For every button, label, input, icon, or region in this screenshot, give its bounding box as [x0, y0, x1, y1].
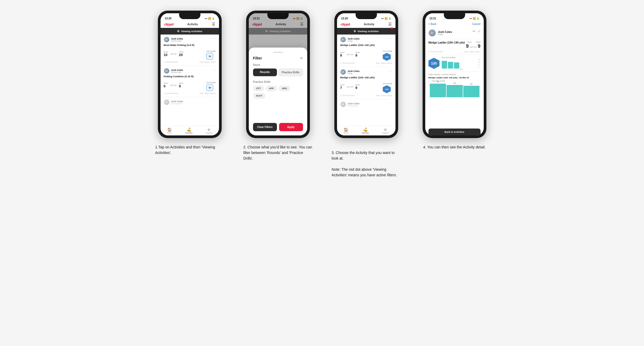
home-label-1: Home — [167, 132, 172, 134]
divider-4a — [428, 55, 481, 55]
user-info-3-3: Josh Coles 28 Feb 2023 — [348, 102, 360, 107]
screen1-column: 13:20 ▪▪▪ 📶 🔋 clippd Activity ☰ ⚙ Vi — [150, 11, 230, 156]
activities-label-1: Activities — [185, 132, 193, 134]
user-name-1-3: Josh Coles — [171, 100, 183, 103]
cancel-button-4[interactable]: Cancel — [472, 23, 480, 25]
avatar-1-1: JC — [164, 37, 170, 42]
stat-group-shots-1-1: Shots 20 — [179, 51, 183, 57]
card-footer-3-2: ⓘ Test Information Data: Clippd Capture — [340, 95, 392, 97]
hex-quality-4: 130 — [428, 58, 440, 69]
nav-capture-3[interactable]: ⊕ Capture — [382, 127, 389, 134]
apply-button[interactable]: Apply — [279, 123, 303, 131]
stats-row-3-1: Score 9 OUT OF Shots 9 Shot Quality — [340, 48, 392, 61]
viewing-bar-1[interactable]: ⚙ Viewing Activities — [161, 28, 219, 35]
chip-putt[interactable]: PUTT — [253, 93, 266, 99]
user-info-3-2: Josh Coles Today — [348, 70, 360, 74]
practice-drills-tab[interactable]: Practice Drills — [279, 69, 303, 76]
nav-home-3[interactable]: 🏠 Home — [343, 127, 348, 134]
card-title-3-1: Wedge Ladder (100–140 yds) — [340, 44, 392, 46]
chip-app[interactable]: APP — [266, 86, 277, 91]
avatar-inner-1-2: JC — [164, 68, 169, 74]
footer-left-1-1: ⓘ Test Information — [164, 61, 178, 63]
stats-row-1-2: Score 0 OUT OF Shots 9 Shot Quality 45 — [164, 79, 216, 91]
card-header-1-2: JC Josh Coles 28 Feb 2023 ··· — [164, 68, 216, 74]
expand-icon-4[interactable]: ⤢ — [478, 29, 481, 33]
card-user-3-3: JC Josh Coles 28 Feb 2023 — [340, 101, 360, 107]
phone-notch-1 — [179, 13, 200, 19]
battery-icon: 🔋 — [212, 17, 215, 20]
viewing-bar-3[interactable]: ⚙ Viewing Activities — [337, 28, 395, 35]
card-footer-3-1: ⓘ Test Information Data: Clippd Capture — [340, 62, 392, 65]
back-button-4[interactable]: < Back — [428, 23, 437, 25]
quality-group-1-2: Shot Quality 45 — [206, 79, 216, 91]
score-section: Score Shots 9 OUT OF 9 — [466, 41, 480, 49]
activity-card-1-1[interactable]: JC Josh Coles 28 Feb 2023 ··· Must Make … — [161, 35, 219, 66]
quality-badge-1-1: 75 — [206, 53, 213, 60]
dots-menu-3-3: ··· — [389, 101, 392, 105]
rounds-tab[interactable]: Rounds — [253, 69, 277, 76]
shots-label-3-1: Shots — [355, 52, 360, 53]
avatar-inner-3-3: JC — [340, 102, 346, 107]
status-icons-1: ▪▪▪ 📶 🔋 — [205, 17, 215, 20]
dots-menu-3-2[interactable]: ··· — [389, 69, 392, 73]
avatar-1-2: JC — [164, 68, 170, 74]
card-header-3-3: JC Josh Coles 28 Feb 2023 ··· — [340, 101, 392, 107]
nav-home-1[interactable]: 🏠 Home — [167, 127, 172, 134]
stat-group-shots-3-1: Shots 9 — [355, 52, 360, 57]
activity-card-3-2[interactable]: JC Josh Coles Today ··· Wedge Ladder (10… — [337, 67, 395, 99]
score-label-1-1: Score — [164, 51, 168, 53]
detail-title-4: Wedge Ladder (100–140 yds) — [428, 41, 466, 44]
capture-label-1: Capture — [206, 132, 212, 134]
activity-card-3-1[interactable]: JC Josh Coles Today ··· Wedge Ladder (10… — [337, 35, 395, 67]
quality-val-3-2: 118 — [385, 88, 388, 91]
filter-header: Filter ✕ — [253, 56, 303, 60]
back-to-activities-button[interactable]: Back to Activities — [428, 129, 481, 135]
footer-right-3-2: Data: Clippd Capture — [376, 95, 392, 97]
dots-menu-3-1[interactable]: ··· — [389, 37, 392, 40]
screen3-column: 13:20 ▪▪▪ 📶 🔋 clippd Activity ☰ ⚙ Viewin… — [326, 11, 406, 178]
close-button[interactable]: ✕ — [300, 56, 303, 60]
nav-activities-3[interactable]: ⛳ Activities — [362, 127, 369, 134]
nav-activities-1[interactable]: ⛳ Activities — [185, 127, 193, 134]
card-user-3-1: JC Josh Coles Today — [340, 37, 360, 42]
nav-menu-3[interactable]: ☰ — [388, 22, 392, 26]
bar-2 — [448, 62, 453, 69]
data-label-4: Data: Clippd Capture — [464, 51, 481, 53]
dots-menu-1-2[interactable]: ··· — [212, 68, 216, 72]
chip-arg[interactable]: ARG — [279, 86, 290, 91]
chip-ott[interactable]: OTT — [253, 86, 264, 91]
dots-menu-1-3: ··· — [212, 99, 216, 103]
nav-capture-1[interactable]: ⊕ Capture — [206, 127, 212, 134]
step-text-2: 2. Choose what you'd like to see. You ca… — [243, 144, 313, 161]
edit-icon-4[interactable]: ✏ — [473, 29, 475, 33]
outof-3-2: OUT OF — [347, 86, 353, 88]
avatar-3-2: JC — [340, 69, 346, 75]
dots-menu-1-1[interactable]: ··· — [212, 37, 216, 40]
status-icons-4: ▪▪▪ 📶 🔋 — [469, 17, 479, 20]
capture-icon-1: ⊕ — [207, 127, 211, 132]
user-info-4: Josh Coles Today — [438, 31, 452, 35]
activity-card-1-2[interactable]: JC Josh Coles 28 Feb 2023 ··· Putting Co… — [161, 66, 219, 97]
action-icons-4: ✏ ⤢ — [473, 29, 481, 33]
filter-actions: Clear Filters Apply — [253, 123, 303, 131]
signal-icon-4: ▪▪▪ — [469, 17, 472, 20]
settings-icon-3: ⚙ — [353, 30, 356, 33]
avg-line — [429, 86, 481, 86]
card-footer-1-2: ⓘ Test Information Data: Clippd Capture — [164, 92, 216, 95]
quality-group-1-1: Shot Quality 75 — [206, 48, 216, 60]
nav-menu-1[interactable]: ☰ — [212, 22, 215, 26]
card-user-1-2: JC Josh Coles 28 Feb 2023 — [164, 68, 183, 74]
shots-col: Shots — [476, 41, 481, 43]
avatar-3-1: JC — [340, 37, 346, 42]
footer-right-1-2: Data: Clippd Capture — [200, 92, 216, 95]
main-bar-3: 124 — [463, 86, 479, 97]
filter-handle — [273, 52, 283, 53]
wifi-icon-4: 📶 — [473, 17, 476, 20]
card-header-1-3: JC Josh Coles 28 Feb 2023 ··· — [164, 99, 216, 105]
user-info-1-1: Josh Coles 28 Feb 2023 — [171, 37, 183, 42]
avg-quality-label-4: Avg Shot Quality — [442, 57, 481, 58]
user-name-4: Josh Coles — [438, 31, 452, 33]
user-name-1-2: Josh Coles — [171, 69, 183, 71]
clear-filters-button[interactable]: Clear Filters — [253, 123, 277, 131]
filter-tabs: Rounds Practice Drills — [253, 69, 303, 76]
